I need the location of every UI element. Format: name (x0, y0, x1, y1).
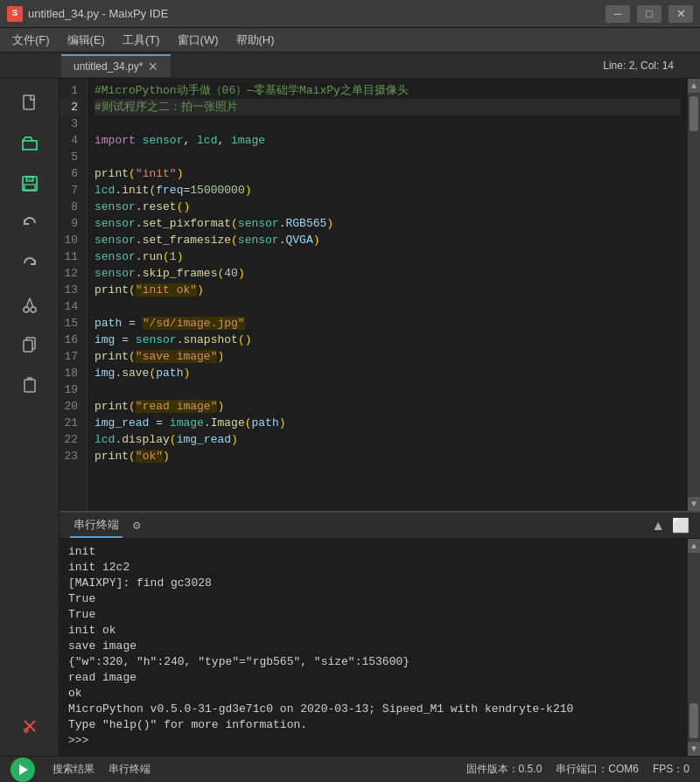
code-line-14 (94, 298, 681, 315)
line-num-23: 23 (60, 448, 81, 464)
line-num-9: 9 (60, 215, 81, 232)
menu-file[interactable]: 文件(F) (4, 29, 59, 52)
terminal-collapse-button[interactable]: ▲ (651, 517, 665, 534)
code-container: 1 2 3 4 5 6 7 8 9 10 11 12 13 14 (60, 79, 688, 511)
svg-rect-0 (24, 95, 34, 109)
code-line-5 (94, 149, 681, 165)
svg-point-13 (24, 728, 29, 733)
code-line-2: #则试程序之二：拍一张照片 (94, 99, 681, 115)
code-line-11: sensor.run(1) (94, 248, 681, 265)
line-num-4: 4 (60, 132, 81, 149)
terminal-tab[interactable]: 串行终端 (70, 513, 122, 538)
terminal-line-6: init ok (68, 623, 679, 639)
code-line-7: lcd.init(freq=15000000) (94, 182, 681, 199)
code-line-16: img = sensor.snapshot() (94, 332, 681, 348)
copy-button[interactable] (10, 327, 49, 362)
terminal-scrollbar-thumb[interactable] (690, 703, 698, 738)
code-line-18: img.save(path) (94, 365, 681, 381)
scrollbar-up-button[interactable]: ▲ (688, 79, 700, 93)
code-line-13: print("init ok") (94, 282, 681, 298)
terminal-line-5: True (68, 607, 679, 623)
scrollbar-down-button[interactable]: ▼ (688, 497, 700, 511)
code-line-22: lcd.display(img_read) (94, 431, 681, 448)
terminal-line-2: init i2c2 (68, 560, 679, 576)
window-controls: ─ □ ✕ (606, 5, 693, 23)
status-serial: 串行端口：COM6 (556, 762, 639, 777)
scrollbar-thumb[interactable] (690, 96, 698, 131)
svg-rect-2 (26, 177, 33, 181)
line-num-5: 5 (60, 149, 81, 165)
terminal-settings-icon[interactable]: ⚙ (133, 518, 140, 533)
undo-button[interactable] (10, 206, 49, 241)
open-file-button[interactable] (10, 126, 49, 161)
menu-edit[interactable]: 编辑(E) (59, 29, 114, 52)
line-num-15: 15 (60, 315, 81, 332)
tab-filename: untitled_34.py* (74, 60, 143, 73)
tab-bar: untitled_34.py* ✕ Line: 2, Col: 14 (0, 52, 700, 79)
line-num-8: 8 (60, 199, 81, 215)
status-search[interactable]: 搜索结果 (52, 762, 94, 777)
scrollbar-track[interactable] (688, 93, 700, 497)
line-num-17: 17 (60, 348, 81, 365)
code-line-23: print("ok") (94, 448, 681, 464)
terminal-output[interactable]: init init i2c2 [MAIXPY]: find gc3028 Tru… (60, 539, 688, 756)
terminal-scrollbar-track[interactable] (688, 553, 700, 742)
cursor-position: Line: 2, Col: 14 (603, 59, 700, 72)
terminal-header: 串行终端 ⚙ ▲ ⬜ (60, 513, 700, 539)
editor-area[interactable]: 1 2 3 4 5 6 7 8 9 10 11 12 13 14 (60, 79, 688, 511)
line-num-21: 21 (60, 415, 81, 431)
paste-button[interactable] (10, 367, 49, 402)
maximize-button[interactable]: □ (637, 5, 662, 23)
code-text[interactable]: #MicroPython动手做（06）—零基础学MaixPy之单目摄像头 #则试… (88, 79, 688, 511)
svg-rect-9 (24, 340, 32, 352)
terminal-panel: 串行终端 ⚙ ▲ ⬜ init init i2c2 [MAIXPY]: find… (60, 511, 700, 756)
line-num-3: 3 (60, 115, 81, 132)
line-num-13: 13 (60, 282, 81, 298)
app-icon: S (7, 6, 23, 22)
title-bar: S untitled_34.py - MaixPy IDE ─ □ ✕ (0, 0, 700, 28)
terminal-line-13: >>> (68, 733, 679, 749)
svg-rect-3 (24, 185, 35, 190)
save-button[interactable] (10, 166, 49, 201)
menu-help[interactable]: 帮助(H) (228, 29, 284, 52)
svg-line-7 (30, 298, 33, 308)
stop-button[interactable] (10, 709, 49, 744)
tab-close-button[interactable]: ✕ (148, 60, 158, 73)
code-line-1: #MicroPython动手做（06）—零基础学MaixPy之单目摄像头 (94, 82, 681, 99)
code-line-4: import sensor, lcd, image (94, 132, 681, 149)
line-num-19: 19 (60, 381, 81, 398)
menu-window[interactable]: 窗口(W) (169, 29, 228, 52)
terminal-body: init init i2c2 [MAIXPY]: find gc3028 Tru… (60, 539, 700, 756)
status-fps: FPS：0 (653, 762, 690, 777)
editor-wrapper: 1 2 3 4 5 6 7 8 9 10 11 12 13 14 (60, 79, 700, 756)
window-title: untitled_34.py - MaixPy IDE (28, 7, 606, 20)
terminal-scrollbar[interactable]: ▲ ▼ (688, 539, 700, 756)
line-numbers: 1 2 3 4 5 6 7 8 9 10 11 12 13 14 (60, 79, 88, 511)
code-line-9: sensor.set_pixformat(sensor.RGB565) (94, 215, 681, 232)
svg-point-4 (24, 307, 29, 312)
code-line-8: sensor.reset() (94, 199, 681, 215)
cut-button[interactable] (10, 287, 49, 322)
minimize-button[interactable]: ─ (606, 5, 630, 23)
terminal-line-12: Type "help()" for more information. (68, 717, 679, 733)
terminal-scrollbar-up[interactable]: ▲ (688, 539, 700, 553)
svg-line-6 (26, 298, 30, 308)
editor-scrollbar[interactable]: ▲ ▼ (688, 79, 700, 511)
close-button[interactable]: ✕ (668, 5, 693, 23)
code-line-21: img_read = image.Image(path) (94, 415, 681, 431)
status-terminal[interactable]: 串行终端 (108, 762, 150, 777)
terminal-line-4: True (68, 591, 679, 607)
status-firmware: 固件版本：0.5.0 (466, 762, 542, 777)
terminal-line-7: save image (68, 639, 679, 654)
line-num-10: 10 (60, 232, 81, 248)
terminal-maximize-button[interactable]: ⬜ (672, 517, 690, 534)
redo-button[interactable] (10, 247, 49, 282)
tab-file[interactable]: untitled_34.py* ✕ (61, 54, 171, 77)
line-num-14: 14 (60, 298, 81, 315)
terminal-scrollbar-down[interactable]: ▼ (688, 742, 700, 756)
line-num-20: 20 (60, 398, 81, 415)
svg-marker-14 (19, 765, 28, 775)
run-button[interactable] (10, 758, 35, 782)
menu-tools[interactable]: 工具(T) (114, 29, 169, 52)
new-file-button[interactable] (10, 86, 49, 121)
